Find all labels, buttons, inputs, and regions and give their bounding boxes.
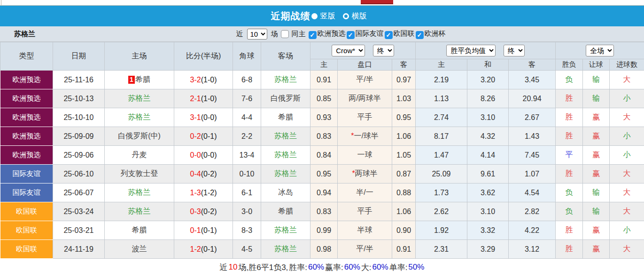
result-text: 胜 — [566, 169, 573, 177]
spread-result-cell: 输 — [583, 89, 610, 108]
halftime-score: (1-0) — [201, 95, 217, 103]
match-date-cell: 25-03-24 — [53, 202, 105, 221]
halftime-score: (1-2) — [201, 189, 217, 197]
away-team-name: 苏格兰 — [274, 226, 297, 234]
handicap-away-odds-cell: 1.03 — [392, 89, 416, 108]
away-team-name: 冰岛 — [278, 188, 293, 196]
goals-result-cell: 小 — [610, 89, 644, 108]
home-team-cell: 苏格兰 — [105, 183, 174, 202]
same-home-checkbox[interactable] — [281, 30, 289, 38]
goals-result-text: 大 — [623, 207, 631, 215]
home-team-name: 苏格兰 — [128, 207, 151, 215]
corners-cell: 2-2 — [233, 127, 261, 146]
corners-cell: 6-1 — [233, 183, 261, 202]
handicap-away-odds-cell: 0.90 — [392, 221, 416, 240]
handicap-group-header: Crow* 终 — [310, 42, 416, 59]
home-team-cell: 希腊 — [105, 221, 174, 240]
handicap-line-cell: *两球半 — [338, 165, 392, 183]
spread-result-cell: 赢 — [583, 146, 610, 165]
handicap-line-text: 平/半 — [356, 245, 373, 253]
corners-cell: 4-4 — [233, 108, 261, 127]
radio-vertical-layout[interactable] — [311, 13, 318, 19]
goals-result-text: 大 — [623, 245, 631, 253]
home-team-cell: 1希腊 — [105, 71, 174, 89]
halftime-score: (1-0) — [201, 76, 217, 84]
spread-result-text: 赢 — [592, 169, 600, 177]
handicap-line-text: 一/球半 — [354, 132, 378, 140]
handicap-line-cell: 平手 — [338, 108, 392, 127]
radio-horizontal-layout[interactable] — [343, 13, 349, 19]
avg-period-select[interactable]: 终 — [504, 45, 525, 56]
competition-checkbox[interactable]: ✓ — [416, 31, 424, 39]
spread-result-cell: 输 — [583, 183, 610, 202]
spread-result-text: 赢 — [592, 245, 600, 253]
handicap-line-cell: 平手 — [338, 202, 392, 221]
scope-select[interactable]: 全场 — [586, 45, 614, 56]
result-cell: 负 — [556, 202, 583, 221]
handicap-home-odds-cell: 0.83 — [310, 127, 338, 146]
home-team-cell: 白俄罗斯(中) — [105, 127, 174, 146]
match-row: 欧洲预选25-10-10苏格兰3-1(0-0)4-4希腊0.93平手0.952.… — [0, 108, 644, 127]
summary-segment: 10 — [229, 263, 238, 272]
result-cell: 胜 — [556, 127, 583, 146]
avg-away-odds-cell: 2.82 — [509, 202, 556, 221]
league-type-cell: 欧洲预选 — [0, 89, 53, 108]
match-date-cell: 25-06-07 — [53, 183, 105, 202]
halftime-score: (0-2) — [201, 170, 217, 178]
score-cell: 3-1(0-0) — [174, 108, 233, 127]
score-cell: 2-1(1-0) — [174, 89, 233, 108]
competition-checkbox[interactable]: ✓ — [309, 31, 317, 39]
summary-line: 近10场,胜6平1负3, 胜率:60% 赢率:60% 大:60% 单率:50% — [0, 259, 644, 276]
subheader-avg-away: 客 — [509, 59, 556, 71]
radio-horizontal-label[interactable]: 横版 — [352, 11, 367, 21]
avg-away-odds-cell: 7.45 — [509, 146, 556, 165]
match-count-select[interactable]: 10 — [247, 29, 267, 40]
avg-away-odds-cell: 1.07 — [509, 165, 556, 183]
away-team-cell: 希腊 — [261, 202, 310, 221]
competition-checkbox[interactable]: ✓ — [347, 31, 355, 39]
avg-draw-odds-cell: 3.10 — [467, 108, 509, 127]
title-bar: 近期战绩 竖版 横版 — [0, 6, 644, 26]
radio-vertical-label[interactable]: 竖版 — [320, 11, 335, 21]
summary-segment: 60% — [308, 263, 324, 272]
result-cell: 平 — [556, 146, 583, 165]
subheader-handicap-home: 主 — [310, 59, 338, 71]
corners-cell: 0-10 — [233, 165, 261, 183]
away-team-cell: 冰岛 — [261, 183, 310, 202]
handicap-home-odds-cell: 0.84 — [310, 146, 338, 165]
league-type-cell: 欧洲预选 — [0, 146, 53, 165]
avg-draw-odds-cell: 3.20 — [467, 71, 509, 89]
goals-result-cell: 大 — [610, 71, 644, 89]
goals-result-text: 小 — [623, 94, 631, 102]
league-type-cell: 欧洲预选 — [0, 127, 53, 146]
recent-results-panel: 近期战绩 竖版 横版 苏格兰 近 10 场 同主 ✓欧洲预选✓国际友谊✓欧国联✓… — [0, 0, 644, 279]
goals-result-cell: 大 — [610, 202, 644, 221]
competition-checkbox[interactable]: ✓ — [385, 31, 393, 39]
halftime-score: (0-1) — [201, 226, 217, 234]
fulltime-score: 0-4 — [190, 170, 201, 178]
handicap-away-odds-cell: 0.95 — [392, 108, 416, 127]
red-button-fragment[interactable] — [361, 0, 393, 4]
match-row: 欧洲预选25-11-161希腊3-2(1-0)6-8苏格兰0.91平/半0.97… — [0, 71, 644, 89]
league-type-cell: 欧国联 — [0, 202, 53, 221]
handicap-home-odds-cell: 0.91 — [310, 71, 338, 89]
avg-draw-odds-cell: 3.10 — [467, 202, 509, 221]
result-cell: 胜 — [556, 240, 583, 259]
bookmaker-period-select[interactable]: 终 — [373, 45, 394, 56]
halftime-score: (0-2) — [201, 207, 217, 215]
handicap-line-cell: 平/半 — [338, 240, 392, 259]
goals-result-text: 小 — [623, 151, 631, 159]
away-team-name: 希腊 — [278, 113, 293, 121]
score-cell: 3-2(1-0) — [174, 71, 233, 89]
result-text: 负 — [566, 207, 573, 215]
home-team-name: 列支敦士登 — [121, 169, 158, 177]
away-team-cell: 希腊 — [261, 108, 310, 127]
away-team-name: 希腊 — [278, 207, 293, 215]
match-date-cell: 25-03-21 — [53, 221, 105, 240]
bookmaker-select[interactable]: Crow* — [332, 45, 365, 56]
avg-home-odds-cell: 2.31 — [416, 240, 467, 259]
goals-result-cell: 小 — [610, 221, 644, 240]
home-team-name: 苏格兰 — [128, 94, 151, 102]
avg-odds-select[interactable]: 胜平负均值 — [446, 45, 496, 56]
match-row: 欧洲预选25-09-09白俄罗斯(中)0-2(0-1)2-2苏格兰0.83*一/… — [0, 127, 644, 146]
